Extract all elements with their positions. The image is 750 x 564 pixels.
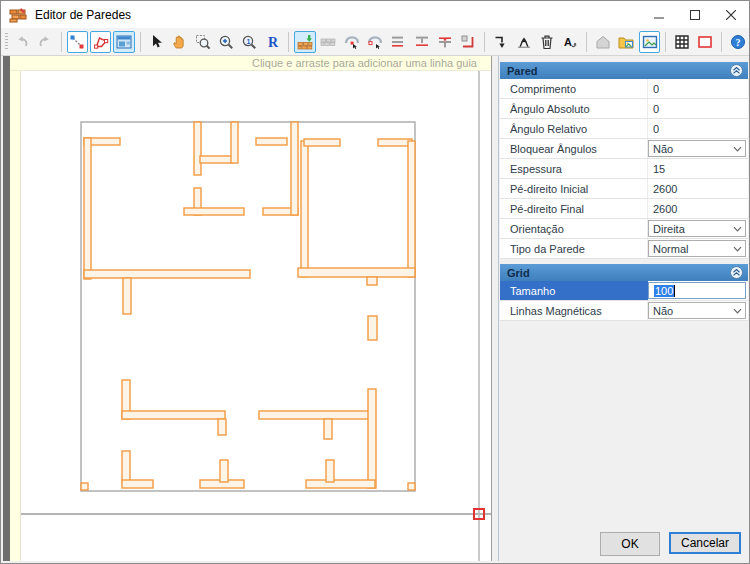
wall-segment[interactable]	[326, 460, 334, 482]
property-label: Orientação	[500, 219, 648, 238]
corner-button[interactable]	[458, 31, 479, 53]
insert-node-button[interactable]	[341, 31, 362, 53]
remove-node-button[interactable]	[364, 31, 385, 53]
extend-button[interactable]	[513, 31, 534, 53]
property-row[interactable]: Ângulo Absoluto 0	[500, 99, 748, 119]
property-row[interactable]: Comprimento 0	[500, 79, 748, 99]
delete-button[interactable]	[537, 31, 558, 53]
property-value[interactable]: 0	[648, 119, 748, 138]
undo-button[interactable]	[11, 31, 32, 53]
wall-segment[interactable]	[324, 419, 332, 439]
floor-plan	[21, 71, 491, 561]
section-header-grid[interactable]: Grid	[500, 264, 748, 281]
wall-segment[interactable]	[184, 208, 244, 215]
help-button[interactable]: ?	[727, 31, 748, 53]
close-button[interactable]	[713, 1, 749, 28]
export-button[interactable]	[592, 31, 613, 53]
property-row[interactable]: Orientação Direita	[500, 219, 748, 239]
wall-segment[interactable]	[84, 270, 250, 278]
property-row-selected[interactable]: Tamanho 100	[500, 281, 748, 301]
junction-split-button[interactable]	[434, 31, 455, 53]
boundary-button[interactable]	[695, 31, 716, 53]
wall-segment[interactable]	[367, 277, 377, 285]
dropdown-orientacao[interactable]: Direita	[648, 220, 746, 237]
wall-segment[interactable]	[218, 419, 226, 435]
dropdown-tipo-parede[interactable]: Normal	[648, 240, 746, 257]
wall-segment[interactable]	[194, 122, 201, 175]
cancel-button[interactable]: Cancelar	[669, 532, 741, 554]
minimize-button[interactable]	[641, 1, 677, 28]
add-wall-disabled-button[interactable]	[318, 31, 339, 53]
wall-segment[interactable]	[81, 483, 88, 490]
wall-segment[interactable]	[408, 483, 415, 490]
guide-hint-bar[interactable]: Clique e arraste para adicionar uma linh…	[10, 56, 491, 71]
wall-segment[interactable]	[122, 411, 225, 419]
junction-open-button[interactable]	[388, 31, 409, 53]
maximize-icon	[690, 10, 700, 20]
property-value[interactable]: 0	[648, 79, 748, 98]
property-value[interactable]: 15	[648, 159, 748, 178]
title-bar[interactable]: Editor de Paredes	[1, 1, 749, 28]
wall-segment[interactable]	[256, 138, 287, 145]
zoom-actual-button[interactable]: 1	[239, 31, 260, 53]
grid-button[interactable]	[671, 31, 692, 53]
property-value[interactable]: 2600	[648, 199, 748, 218]
section-title: Grid	[500, 267, 530, 279]
property-label: Tamanho	[500, 281, 648, 300]
wall-segment[interactable]	[378, 139, 412, 146]
wall-segment[interactable]	[122, 451, 130, 482]
wall-segment[interactable]	[231, 122, 238, 163]
dropdown-bloquear-angulos[interactable]: Não	[648, 140, 746, 157]
wall-segment[interactable]	[200, 156, 233, 163]
select-button[interactable]	[145, 31, 166, 53]
property-row[interactable]: Ângulo Relativo 0	[500, 119, 748, 139]
collapse-button[interactable]	[730, 266, 743, 279]
property-row[interactable]: Bloquear Ângulos Não	[500, 139, 748, 159]
pan-button[interactable]	[169, 31, 190, 53]
zoom-in-button[interactable]	[215, 31, 236, 53]
redo-button[interactable]	[34, 31, 55, 53]
property-row[interactable]: Pé-direito Inicial 2600	[500, 179, 748, 199]
property-row[interactable]: Tipo da Parede Normal	[500, 239, 748, 259]
property-row[interactable]: Linhas Magnéticas Não	[500, 301, 748, 321]
invert-text-button[interactable]: A	[560, 31, 581, 53]
add-wall-button[interactable]	[294, 31, 315, 53]
wall-segment[interactable]	[123, 278, 131, 314]
collapse-button[interactable]	[730, 64, 743, 77]
drawing-canvas[interactable]	[21, 71, 491, 561]
property-value[interactable]: 0	[648, 99, 748, 118]
wall-segment[interactable]	[220, 460, 228, 482]
property-row[interactable]: Pé-direito Final 2600	[500, 199, 748, 219]
toolbar-separator	[61, 32, 62, 52]
image-settings-button[interactable]	[639, 31, 660, 53]
property-row[interactable]: Espessura 15	[500, 159, 748, 179]
draw-wall-button[interactable]	[67, 31, 88, 53]
tamanho-input[interactable]: 100	[648, 282, 746, 299]
trim-button[interactable]	[490, 31, 511, 53]
toolbar-grip[interactable]	[5, 33, 8, 51]
wall-segment[interactable]	[408, 141, 415, 277]
preview-button[interactable]	[113, 31, 134, 53]
edit-wall-button[interactable]	[90, 31, 111, 53]
zoom-window-button[interactable]	[192, 31, 213, 53]
wall-segment[interactable]	[298, 268, 415, 277]
dropdown-linhas-magneticas[interactable]: Não	[648, 302, 746, 319]
section-header-pared[interactable]: Pared	[500, 62, 748, 79]
wall-segment[interactable]	[368, 316, 377, 340]
wall-segment[interactable]	[84, 138, 91, 279]
wall-segment[interactable]	[304, 139, 340, 146]
ok-button[interactable]: OK	[600, 532, 660, 556]
wall-segment[interactable]	[368, 389, 376, 488]
wall-segment[interactable]	[306, 480, 375, 488]
wall-segment[interactable]	[291, 122, 298, 215]
wall-segment[interactable]	[259, 411, 371, 419]
import-image-button[interactable]	[616, 31, 637, 53]
redraw-button[interactable]: R	[262, 31, 283, 53]
vertical-guide-bar[interactable]	[10, 71, 21, 561]
property-label: Espessura	[500, 159, 648, 178]
wall-segment[interactable]	[301, 141, 308, 277]
property-value[interactable]: 2600	[648, 179, 748, 198]
maximize-button[interactable]	[677, 1, 713, 28]
junction-merge-button[interactable]	[411, 31, 432, 53]
wall-segment[interactable]	[122, 480, 153, 488]
